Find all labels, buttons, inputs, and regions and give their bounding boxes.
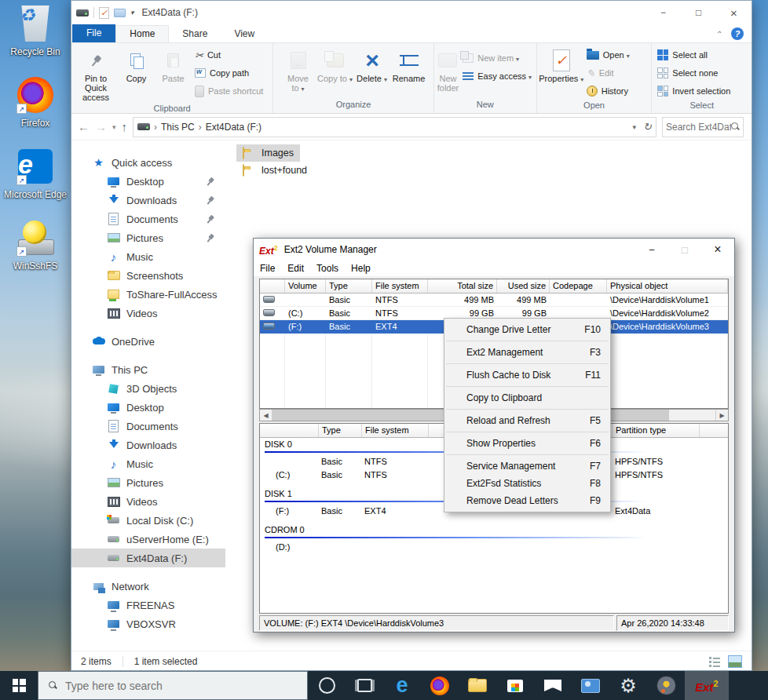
sidebar-item-pc-music[interactable]: Music (71, 454, 225, 473)
taskbar-firefox-icon[interactable] (421, 671, 459, 700)
pin-icon[interactable] (204, 213, 216, 224)
up-button[interactable]: ↑ (122, 120, 128, 133)
search-input[interactable] (666, 122, 731, 133)
copy-path-button[interactable]: Copy path (195, 65, 263, 81)
pin-to-quick-access-button[interactable]: Pin to Quick access (74, 46, 118, 104)
pin-icon[interactable] (204, 232, 216, 243)
column-header[interactable]: Volume (285, 279, 326, 293)
context-menu-item[interactable]: Ext2Fsd Statistics F8 (444, 475, 610, 492)
maximize-button[interactable]: □ (668, 239, 701, 261)
menu-item[interactable]: Tools (310, 263, 345, 274)
collapse-ribbon-icon[interactable] (715, 30, 722, 38)
context-menu-item[interactable]: Reload and Refresh F5 (444, 412, 610, 429)
context-menu-item[interactable]: Service Management F7 (444, 458, 610, 475)
desktop-icon-firefox[interactable]: Firefox (2, 75, 69, 129)
context-menu-item[interactable]: Copy to Clipboard (444, 389, 610, 407)
sidebar-item-pc-videos[interactable]: Videos (71, 492, 225, 511)
file-item-lost-found[interactable]: lost+found (236, 162, 313, 179)
taskbar-disk-utility-icon[interactable] (647, 671, 685, 700)
sidebar-item-3d-objects[interactable]: 3D Objects (71, 379, 225, 398)
taskbar-edge-icon[interactable] (383, 671, 421, 700)
start-button[interactable] (0, 671, 38, 700)
select-all-button[interactable]: Select all (657, 47, 730, 63)
breadcrumb-this-pc[interactable]: This PC (161, 122, 195, 133)
scrollbar-track[interactable] (669, 410, 715, 421)
taskbar-mail-icon[interactable] (534, 671, 572, 700)
large-icons-view-icon[interactable] (728, 655, 742, 668)
taskbar-ext2-volume-manager-button[interactable]: Ext2 (685, 671, 729, 700)
pin-icon[interactable] (204, 194, 216, 206)
scroll-left-arrow-icon[interactable]: ◀ (260, 410, 272, 421)
menu-item[interactable]: File (254, 263, 281, 274)
column-header[interactable]: Physical object (607, 279, 728, 293)
sidebar-item-qa-desktop[interactable]: Desktop (71, 172, 225, 191)
context-menu-item[interactable]: Flush Cache to Disk F11 (444, 366, 610, 384)
forward-button[interactable]: → (95, 120, 107, 133)
column-header[interactable] (260, 279, 285, 293)
history-button[interactable]: History (587, 83, 630, 99)
cut-button[interactable]: Cut (195, 47, 263, 63)
taskbar-contact-card-icon[interactable] (572, 671, 609, 700)
menu-item[interactable]: Edit (281, 263, 310, 274)
sidebar-item-pc-downloads[interactable]: Downloads (71, 436, 225, 454)
context-menu-item[interactable]: Remove Dead Letters F9 (444, 492, 610, 509)
sidebar-item-qa-downloads[interactable]: Downloads (71, 191, 225, 210)
menu-item[interactable]: Help (345, 263, 377, 274)
sidebar-item-qa-pictures[interactable]: Pictures (71, 228, 225, 247)
close-button[interactable]: × (716, 1, 752, 24)
taskbar-settings-icon[interactable] (609, 671, 647, 700)
column-header[interactable] (260, 424, 319, 437)
column-header-type[interactable]: Type (319, 424, 362, 437)
sidebar-item-qa-music[interactable]: Music (71, 247, 225, 266)
sidebar-item-qa-documents[interactable]: Documents (71, 210, 225, 228)
new-folder-button[interactable]: New folder (437, 46, 460, 100)
close-button[interactable]: × (701, 239, 734, 261)
context-menu-item[interactable]: Ext2 Management F3 (444, 344, 610, 361)
invert-selection-button[interactable]: Invert selection (657, 83, 730, 99)
sidebar-item-this-pc[interactable]: This PC (71, 360, 225, 379)
taskbar-store-icon[interactable] (496, 671, 534, 700)
desktop-icon-recycle-bin[interactable]: Recycle Bin (2, 3, 69, 57)
sidebar-item-userverhome-e[interactable]: uServerHome (E:) (71, 530, 225, 549)
column-header-file-system[interactable]: File system (362, 424, 429, 437)
tab-share[interactable]: Share (169, 26, 221, 42)
sidebar-item-pc-pictures[interactable]: Pictures (71, 473, 225, 492)
file-item-images[interactable]: Images (236, 144, 300, 162)
tab-file[interactable]: File (72, 24, 115, 42)
properties-button[interactable]: Properties (539, 46, 583, 100)
column-header[interactable]: File system (372, 279, 428, 293)
delete-button[interactable]: Delete (353, 46, 390, 100)
sidebar-item-screenshots[interactable]: Screenshots (71, 266, 225, 285)
sidebar-item-ext4data-f[interactable]: Ext4Data (F:) (71, 549, 225, 567)
column-header[interactable]: Total size (428, 279, 497, 293)
column-header[interactable]: Used size (497, 279, 550, 293)
paste-button[interactable]: Paste (155, 46, 192, 104)
sidebar-item-qa-videos[interactable]: Videos (71, 304, 225, 323)
cortana-button[interactable] (308, 671, 346, 700)
maximize-button[interactable]: □ (681, 1, 716, 24)
pin-icon[interactable] (204, 175, 216, 187)
move-to-button[interactable]: Move to (280, 46, 316, 100)
sidebar-item-toshare-fullaccess[interactable]: ToShare-FullAccess (71, 285, 225, 304)
refresh-icon[interactable] (643, 121, 652, 133)
easy-access-button[interactable]: Easy access (463, 68, 532, 84)
sidebar-item-vboxsvr[interactable]: VBOXSVR (71, 614, 225, 633)
taskbar-file-explorer-icon[interactable] (459, 671, 496, 700)
tab-home[interactable]: Home (115, 25, 169, 42)
tab-view[interactable]: View (221, 26, 268, 42)
breadcrumb-ext4data[interactable]: Ext4Data (F:) (206, 122, 261, 133)
column-header-partition-type[interactable]: Partition type (613, 424, 700, 437)
column-header[interactable]: Type (326, 279, 372, 293)
volume-row[interactable]: Basic NTFS 499 MB 499 MB \Device\Harddis… (260, 293, 728, 307)
sidebar-item-onedrive[interactable]: OneDrive (71, 332, 225, 351)
partition-row[interactable]: (D:) (260, 540, 728, 553)
rename-button[interactable]: Rename (390, 46, 427, 100)
sidebar-item-network[interactable]: Network (71, 577, 225, 596)
context-menu-item[interactable]: Change Drive Letter F10 (444, 321, 610, 338)
details-view-icon[interactable] (708, 655, 722, 668)
desktop-icon-microsoft-edge[interactable]: Microsoft Edge (2, 146, 69, 200)
sidebar-item-freenas[interactable]: FREENAS (71, 596, 225, 614)
customize-toolbar-caret-icon[interactable] (130, 9, 134, 16)
properties-check-icon[interactable] (99, 7, 109, 19)
open-button[interactable]: Open (587, 47, 630, 63)
